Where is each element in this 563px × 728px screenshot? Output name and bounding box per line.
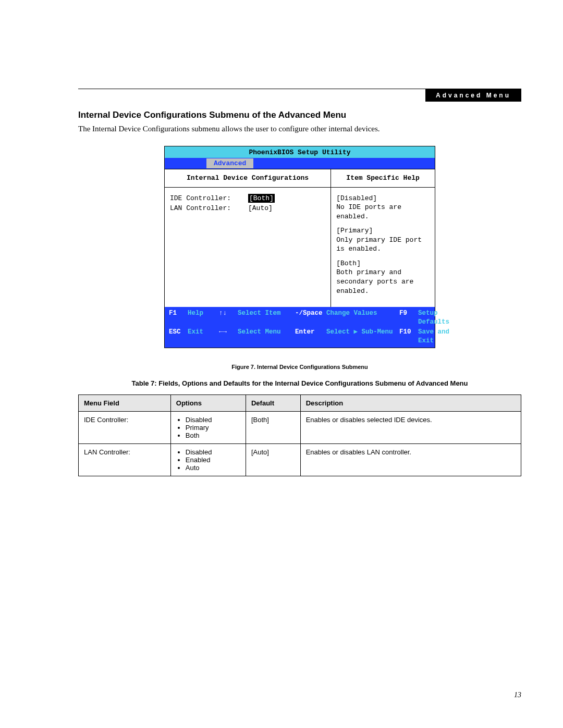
- cell-default: [Both]: [246, 411, 300, 443]
- bios-help-body: Both primary and secondary ports are ena…: [336, 268, 430, 295]
- bios-field-value: [Auto]: [248, 204, 273, 213]
- bios-field-label: IDE Controller:: [170, 194, 248, 203]
- bios-screenshot: PhoenixBIOS Setup Utility Advanced Inter…: [164, 146, 435, 348]
- bios-field-row: LAN Controller: [Auto]: [170, 204, 325, 213]
- bios-lbl-select-item: Select Item: [238, 309, 295, 327]
- top-rule: Advanced Menu: [78, 89, 521, 89]
- option-item: Auto: [186, 464, 240, 472]
- bios-lbl-exit: Exit: [188, 328, 219, 346]
- bios-key-updown: ↑↓: [219, 309, 238, 327]
- bios-help-title: [Disabled]: [336, 194, 430, 203]
- options-table: Menu Field Options Default Description I…: [78, 394, 521, 476]
- option-item: Primary: [186, 424, 240, 431]
- table-row: LAN Controller: Disabled Enabled Auto [A…: [79, 443, 521, 476]
- bios-help-title: [Both]: [336, 259, 430, 268]
- table-row: IDE Controller: Disabled Primary Both [B…: [79, 411, 521, 443]
- bios-key-f10: F10: [399, 328, 418, 346]
- th-description: Description: [300, 394, 521, 411]
- header-section-tab: Advanced Menu: [425, 89, 521, 102]
- bios-right-header: Item Specific Help: [331, 169, 435, 188]
- bios-key-f9: F9: [399, 309, 418, 327]
- option-item: Enabled: [186, 456, 240, 464]
- bios-key-minus-space: -/Space: [295, 309, 326, 327]
- bios-lbl-change-values: Change Values: [326, 309, 399, 327]
- bios-help-body: No IDE ports are enabled.: [336, 203, 430, 221]
- cell-description: Enables or disables LAN controller.: [300, 443, 521, 476]
- figure-caption: Figure 7. Internal Device Configurations…: [78, 364, 521, 370]
- cell-description: Enables or disables selected IDE devices…: [300, 411, 521, 443]
- bios-help-block: [Both] Both primary and secondary ports …: [336, 259, 430, 295]
- bios-key-leftright: ←→: [219, 328, 238, 346]
- cell-default: [Auto]: [246, 443, 300, 476]
- cell-field: IDE Controller:: [79, 411, 171, 443]
- bios-help-block: [Primary] Only primary IDE port is enabl…: [336, 226, 430, 254]
- bios-lbl-select-submenu: Select ▶ Sub-Menu: [326, 328, 399, 346]
- bios-field-row: IDE Controller: [Both]: [170, 194, 325, 203]
- th-default: Default: [246, 394, 300, 411]
- option-item: Both: [186, 431, 240, 439]
- bios-lbl-setup-defaults: Setup Defaults: [418, 309, 449, 327]
- section-intro: The Internal Device Configurations subme…: [78, 125, 521, 133]
- page-number: 13: [514, 691, 521, 699]
- bios-tab-advanced: Advanced: [206, 158, 253, 169]
- bios-key-enter: Enter: [295, 328, 326, 346]
- bios-help-body: Only primary IDE port is enabled.: [336, 236, 430, 254]
- table-caption: Table 7: Fields, Options and Defaults fo…: [78, 379, 521, 387]
- bios-field-value: [Both]: [248, 194, 275, 203]
- cell-options: Disabled Enabled Auto: [170, 443, 246, 476]
- bios-help-title: [Primary]: [336, 226, 430, 236]
- bios-lbl-select-menu: Select Menu: [238, 328, 295, 346]
- bios-lbl-help: Help: [188, 309, 219, 327]
- cell-options: Disabled Primary Both: [170, 411, 246, 443]
- bios-field-label: LAN Controller:: [170, 204, 248, 213]
- bios-footer: F1 Help ↑↓ Select Item -/Space Change Va…: [165, 307, 435, 348]
- bios-app-title: PhoenixBIOS Setup Utility: [165, 146, 435, 158]
- cell-field: LAN Controller:: [79, 443, 171, 476]
- th-options: Options: [170, 394, 246, 411]
- bios-key-esc: ESC: [169, 328, 188, 346]
- section-title: Internal Device Configurations Submenu o…: [78, 110, 521, 120]
- bios-left-header: Internal Device Configurations: [165, 169, 331, 188]
- bios-tab-bar: Advanced: [165, 158, 435, 169]
- bios-help-block: [Disabled] No IDE ports are enabled.: [336, 194, 430, 221]
- th-menu-field: Menu Field: [79, 394, 171, 411]
- bios-key-f1: F1: [169, 309, 188, 327]
- bios-lbl-save-exit: Save and Exit: [418, 328, 449, 346]
- option-item: Disabled: [186, 448, 240, 456]
- option-item: Disabled: [186, 416, 240, 424]
